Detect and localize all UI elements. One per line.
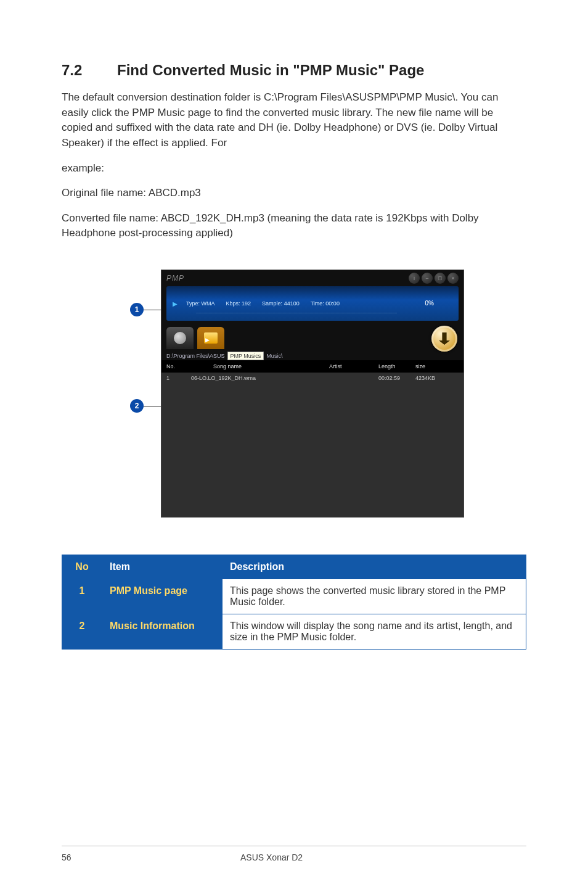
td-desc-2: This window will display the song name a… <box>223 614 526 650</box>
col-header-size: size <box>415 363 459 369</box>
progress-percent: 0% <box>425 300 434 307</box>
callout-2-line <box>144 406 161 406</box>
cell-length: 00:02:59 <box>378 375 415 381</box>
section-title-text: Find Converted Music in "PMP Music" Page <box>117 62 424 78</box>
cell-no: 1 <box>166 375 189 381</box>
body-paragraph-3: Converted file name: ABCD_192K_DH.mp3 (m… <box>62 211 526 241</box>
tab-default[interactable] <box>166 327 194 349</box>
cell-song: 06-LO.LO_192K_DH.wma <box>189 375 329 381</box>
th-description: Description <box>223 555 526 579</box>
description-table: No Item Description 1 PMP Music page Thi… <box>62 555 526 650</box>
td-desc-1: This page shows the converted music libr… <box>223 579 526 614</box>
info-icon[interactable]: i <box>409 273 420 284</box>
close-icon[interactable]: × <box>447 273 459 284</box>
page-number: 56 <box>62 852 136 862</box>
col-header-no: No. <box>166 363 189 369</box>
table-row: 1 PMP Music page This page shows the con… <box>62 579 526 614</box>
window-controls: i − □ × <box>409 273 459 284</box>
spacer <box>62 650 526 846</box>
callout-1-line <box>144 310 161 310</box>
td-no-1: 1 <box>62 579 102 614</box>
player-kbps: Kbps: 192 <box>226 300 251 307</box>
player-area: ▶ Type: WMA Kbps: 192 Sample: 44100 Time… <box>166 286 459 321</box>
path-tooltip: PMP Musics <box>227 352 264 360</box>
path-prefix: D:\Program Files\ASUS <box>166 353 225 359</box>
player-sample: Sample: 44100 <box>262 300 300 307</box>
th-no: No <box>62 555 102 579</box>
table-row: 2 Music Information This window will dis… <box>62 614 526 650</box>
list-row[interactable]: 1 06-LO.LO_192K_DH.wma 00:02:59 4234KB <box>161 373 463 384</box>
page: 7.2Find Converted Music in "PMP Music" P… <box>0 0 588 887</box>
cell-size: 4234KB <box>415 375 459 381</box>
pmp-app-window: PMP i − □ × ▶ Type: WMA Kbps: 192 Sample… <box>161 270 464 518</box>
player-info: Type: WMA Kbps: 192 Sample: 44100 Time: … <box>186 300 452 307</box>
app-title: PMP <box>166 274 184 283</box>
folder-music-icon <box>204 332 218 344</box>
callout-1: 1 <box>130 303 144 316</box>
minimize-icon[interactable]: − <box>422 273 433 284</box>
th-item: Item <box>102 555 223 579</box>
player-time: Time: 00:00 <box>311 300 340 307</box>
screenshot-wrap: 1 2 PMP i − □ × ▶ Type: WMA Kbps: 192 <box>62 270 526 518</box>
body-paragraph-2: Original file name: ABCD.mp3 <box>62 186 526 201</box>
footer: 56 ASUS Xonar D2 <box>62 852 526 862</box>
td-item-2: Music Information <box>102 614 223 650</box>
maximize-icon[interactable]: □ <box>435 273 446 284</box>
list-header: No. Song name Artist Length size <box>161 360 463 373</box>
convert-icon <box>439 332 450 345</box>
td-no-2: 2 <box>62 614 102 650</box>
col-header-song: Song name <box>189 363 329 369</box>
footer-title: ASUS Xonar D2 <box>136 852 526 862</box>
td-item-1: PMP Music page <box>102 579 223 614</box>
tab-row <box>161 321 463 349</box>
footer-divider <box>62 846 526 846</box>
cell-artist <box>329 375 378 381</box>
col-header-length: Length <box>378 363 415 369</box>
body-paragraph-1b: example: <box>62 161 526 176</box>
col-header-artist: Artist <box>329 363 378 369</box>
path-row: D:\Program Files\ASUSPMP MusicsMusic\ <box>161 349 463 360</box>
section-number: 7.2 <box>62 62 117 79</box>
callouts-column: 1 2 <box>124 270 161 518</box>
convert-button[interactable] <box>431 326 457 352</box>
callout-2: 2 <box>130 399 144 413</box>
app-titlebar: PMP i − □ × <box>161 270 463 286</box>
table-header-row: No Item Description <box>62 555 526 579</box>
path-suffix: Music\ <box>266 353 282 359</box>
section-heading: 7.2Find Converted Music in "PMP Music" P… <box>62 62 526 79</box>
player-type: Type: WMA <box>186 300 215 307</box>
disc-icon <box>174 332 186 344</box>
play-icon[interactable]: ▶ <box>173 300 178 307</box>
progress-track[interactable] <box>196 313 397 313</box>
tab-pmp-music[interactable] <box>197 327 224 349</box>
list-body: 1 06-LO.LO_192K_DH.wma 00:02:59 4234KB <box>161 373 463 517</box>
body-paragraph-1: The default conversion destination folde… <box>62 90 526 151</box>
